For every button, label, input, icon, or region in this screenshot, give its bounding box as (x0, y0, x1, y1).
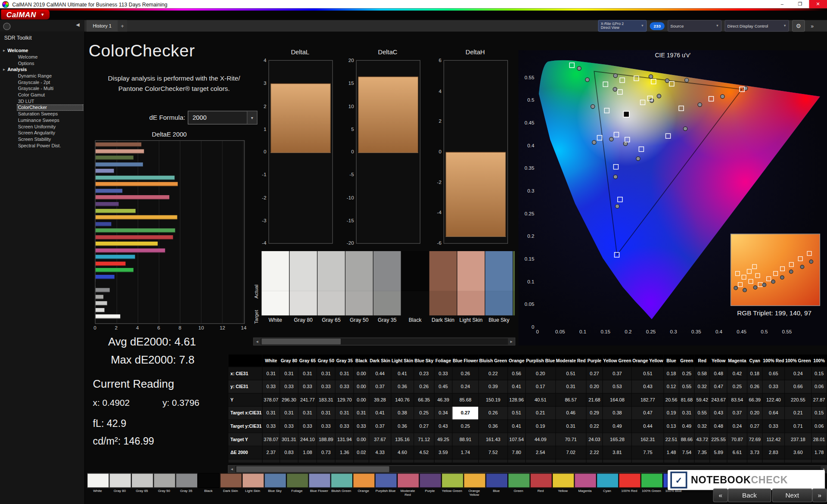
table-cell[interactable]: 5.89 (710, 446, 727, 459)
table-cell[interactable]: 122.40 (762, 393, 785, 407)
table-cell[interactable]: 0.31 (335, 406, 354, 420)
sidebar-item-colorchecker[interactable]: ColorChecker (17, 104, 83, 111)
table-cell[interactable]: 2.28 (317, 459, 335, 463)
table-cell[interactable]: 241.77 (298, 393, 317, 407)
table-cell[interactable]: 18.26 (785, 459, 811, 463)
table-cell[interactable]: 59.42 (695, 393, 710, 407)
table-cell[interactable]: 16.77 (747, 459, 762, 463)
patch-100-green[interactable]: 100% Green (641, 473, 662, 496)
table-cell[interactable]: 1.51 (262, 459, 280, 463)
table-cell[interactable]: 0.36 (391, 380, 414, 393)
patch-moderate-red[interactable]: Moderate Red (397, 473, 418, 496)
table-cell[interactable]: 237.18 (785, 433, 811, 446)
table-cell[interactable]: 16.74 (369, 459, 391, 463)
table-cell[interactable]: 0.33 (262, 380, 280, 393)
table-cell[interactable]: 0.27 (414, 420, 435, 433)
patch-yellow[interactable]: Yellow (552, 473, 573, 496)
table-cell[interactable]: 244.10 (298, 433, 317, 446)
swatch-gray-80[interactable]: Gray 80 (289, 251, 317, 323)
table-cell[interactable]: 0.56 (507, 367, 525, 380)
table-cell[interactable]: 0.20 (747, 406, 762, 420)
swatch-foliage[interactable]: Foliage (513, 251, 515, 323)
table-cell[interactable]: 0.41 (507, 420, 525, 433)
table-cell[interactable]: 46.39 (434, 393, 452, 407)
table-cell[interactable]: 0.71 (785, 420, 811, 433)
table-cell[interactable]: 378.07 (262, 433, 280, 446)
gear-icon[interactable]: ⚙ (792, 20, 805, 32)
swatch-gray-35[interactable]: Gray 35 (373, 251, 401, 323)
table-cell[interactable]: 15.52 (603, 459, 632, 463)
table-cell[interactable]: 6.61 (727, 446, 747, 459)
patch-yellow-green[interactable]: Yellow Green (441, 473, 463, 496)
table-cell[interactable]: 0.31 (298, 367, 317, 380)
table-cell[interactable]: 0.31 (262, 367, 280, 380)
table-cell[interactable]: 14.82 (414, 459, 435, 463)
table-cell[interactable]: 112.42 (762, 433, 785, 446)
table-cell[interactable]: 0.25 (452, 420, 479, 433)
table-cell[interactable]: 0.46 (556, 406, 586, 420)
table-cell[interactable]: 0.31 (280, 367, 298, 380)
table-cell[interactable]: 0.83 (280, 446, 298, 459)
table-cell[interactable]: 1.78 (811, 446, 827, 459)
close-button[interactable]: ✕ (809, 0, 827, 9)
table-cell[interactable]: 1.74 (452, 446, 479, 459)
table-cell[interactable]: 0.33 (354, 420, 369, 433)
table-cell[interactable]: 0.33 (762, 380, 785, 393)
table-cell[interactable]: 70.71 (556, 433, 586, 446)
table-cell[interactable]: 11.31 (664, 459, 679, 463)
sidebar-item-spectral-power-dist-[interactable]: Spectral Power Dist. (0, 143, 84, 149)
table-cell[interactable]: 88.91 (452, 433, 479, 446)
table-cell[interactable]: 0.42 (727, 367, 747, 380)
patch-foliage[interactable]: Foliage (286, 473, 308, 496)
table-cell[interactable]: 20.11 (710, 459, 727, 463)
table-cell[interactable]: 0.33 (335, 420, 354, 433)
patch-gray-50[interactable]: Gray 50 (153, 473, 174, 496)
table-cell[interactable]: 0.20 (525, 367, 556, 380)
table-cell[interactable]: 0.64 (762, 406, 785, 420)
table-cell[interactable]: 128.96 (507, 393, 525, 407)
scroll-left-icon[interactable]: ◄ (254, 338, 261, 345)
table-cell[interactable]: 6.92 (811, 459, 827, 463)
table-cell[interactable]: 296.30 (280, 393, 298, 407)
table-cell[interactable]: 0.22 (479, 367, 507, 380)
table-cell[interactable]: 7.02 (556, 446, 586, 459)
table-cell[interactable]: 0.36 (479, 420, 507, 433)
table-cell[interactable]: 0.26 (747, 380, 762, 393)
de-formula-dropdown[interactable]: 2000 ▼ (188, 111, 258, 124)
table-cell[interactable]: 35.16 (507, 459, 525, 463)
table-cell[interactable]: 0.15 (811, 406, 827, 420)
table-cell[interactable]: 40.51 (525, 393, 556, 407)
table-cell[interactable]: 4.33 (369, 446, 391, 459)
table-cell[interactable]: 0.38 (391, 406, 414, 420)
table-cell[interactable]: 20.56 (664, 393, 679, 407)
table-cell[interactable]: 0.51 (507, 406, 525, 420)
table-cell[interactable]: 0.26 (414, 380, 435, 393)
table-cell[interactable]: 0.27 (586, 367, 603, 380)
patch-dark-skin[interactable]: Dark Skin (220, 473, 241, 496)
patch-black[interactable]: Black (198, 473, 219, 496)
table-cell[interactable]: 0.41 (391, 367, 414, 380)
nav-last-button[interactable]: » (812, 488, 827, 502)
sidebar-item-3d-lut[interactable]: 3D LUT (0, 98, 84, 105)
table-cell[interactable]: 0.31 (298, 406, 317, 420)
expand-icon[interactable]: ▸ (3, 68, 7, 72)
table-cell[interactable]: 0.43 (632, 380, 664, 393)
table-cell[interactable]: 27.87 (811, 393, 827, 407)
table-cell[interactable]: 1.48 (664, 446, 679, 459)
table-cell[interactable]: 0.51 (556, 367, 586, 380)
table-cell[interactable]: 129.70 (335, 393, 354, 407)
table-cell[interactable]: 0.73 (317, 446, 335, 459)
table-cell[interactable]: 0.31 (317, 367, 335, 380)
table-cell[interactable]: 0.24 (785, 367, 811, 380)
display-control-dropdown[interactable]: Direct Display Control ▼ (724, 20, 789, 32)
table-cell[interactable]: 0.43 (710, 406, 727, 420)
table-cell[interactable]: 0.26 (452, 367, 479, 380)
table-cell[interactable]: 0.44 (632, 420, 664, 433)
table-cell[interactable]: 140.76 (391, 393, 414, 407)
add-tab-button[interactable]: + (118, 20, 127, 32)
table-cell[interactable]: 11.71 (434, 459, 452, 463)
calman-logo-button[interactable]: CalMAN ▾ (1, 9, 50, 19)
minimize-button[interactable]: – (773, 0, 791, 9)
table-cell[interactable]: 243.67 (710, 393, 727, 407)
sidebar-section-analysis[interactable]: ▸Analysis (0, 66, 84, 73)
